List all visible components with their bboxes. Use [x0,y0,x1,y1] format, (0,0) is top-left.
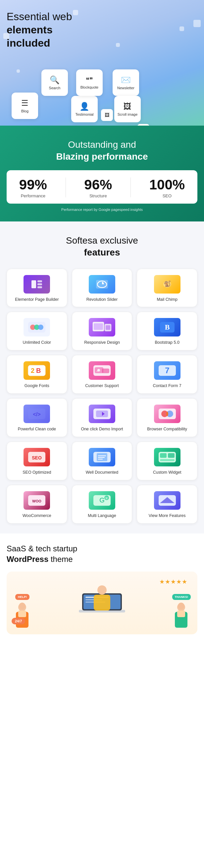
contact-form7-icon: 7 [154,361,180,380]
deco-sq-5 [73,10,78,15]
browser-compat-icon [154,405,180,423]
svg-rect-65 [94,595,110,611]
hero-section: Essential web elements included ☰ Blog 🔍… [0,0,204,126]
saas-content: ★★★★★ HELP! 24/7 [10,578,194,628]
svg-point-56 [19,602,26,609]
svg-rect-14 [106,325,110,330]
svg-rect-45 [160,459,175,461]
woocommerce-icon: WOO [24,491,50,510]
right-avatar [172,601,190,628]
perf-stat-structure: 96% Structure [84,177,112,198]
revolution-icon [89,275,115,293]
perf-divider-2 [130,178,131,197]
perf-stat-performance: 99% Performance [19,177,47,198]
perf-stats-box: 99% Performance 96% Structure 100% SEO [7,170,197,204]
svg-rect-22 [102,369,109,373]
bootstrap-icon: B [154,318,180,337]
ratings-area: ★★★★★ [159,578,187,585]
svg-rect-3 [37,286,42,288]
feat-card-well-documented: Well Documented [72,442,132,480]
svg-rect-13 [94,323,103,330]
feat-card-responsive: Responsive Design [72,312,132,350]
mailchimp-icon: 🐒 [154,275,180,293]
svg-rect-44 [168,453,175,458]
feat-card-multilanguage: G tr Multi Language [72,485,132,524]
deco-sq-3 [194,20,201,27]
card-scroll-image: 🖼 Scroll image [114,96,141,122]
hero-title: Essential web elements included [7,10,93,50]
svg-text:WOO: WOO [32,499,42,503]
elementor-icon [24,275,50,293]
svg-point-10 [38,324,43,330]
one-click-icon [89,405,115,423]
testimonial-icon: 👤 [79,102,90,111]
feat-card-custom-widget: Custom Widget [137,442,197,480]
center-laptop [72,583,132,628]
svg-text:B: B [36,367,41,374]
feat-card-unlimited-color: Unlimited Color [7,312,67,350]
svg-text:tr: tr [106,496,108,500]
card-blog: ☰ Blog [11,93,38,119]
image-icon: 🖼 [105,113,109,118]
card-location: 📍 [137,124,149,126]
deco-sq-2 [116,43,120,47]
laptop-illustration [72,583,132,626]
svg-rect-0 [31,280,36,288]
features-grid: Elementor Page Builder Revolution Slider… [7,269,197,524]
svg-text:7: 7 [165,366,169,375]
features-title: Softesa exclusive features [7,235,197,259]
svg-rect-43 [160,453,167,458]
blockquote-icon: ❝❞ [86,76,93,84]
svg-rect-57 [18,611,26,617]
card-image: 🖼 [101,109,113,121]
svg-text:B: B [164,323,170,331]
feat-card-contact-form-7: 7 Contact Form 7 [137,355,197,394]
right-person: THANKS! [172,594,191,628]
feat-card-clean-code: </> Powerful Clean code [7,398,67,437]
svg-rect-2 [37,283,42,285]
feat-card-woocommerce: WOO WooCommerce [7,485,67,524]
view-more-icon [154,491,180,510]
saas-illustration: ★★★★★ HELP! 24/7 [7,571,197,634]
saas-section: SaaS & tech startup WordPress theme ★★★★… [0,533,204,641]
search-icon: 🔍 [50,75,59,85]
feat-card-view-more[interactable]: View More Features [137,485,197,524]
svg-point-68 [178,602,184,609]
feat-card-customer-support: Customer Support [72,355,132,394]
deco-sq-6 [179,26,184,31]
card-testimonial: 👤 Testimonial [71,96,98,122]
svg-point-64 [97,585,107,595]
svg-rect-69 [177,611,185,617]
svg-text:SEO: SEO [32,455,42,460]
custom-widget-icon [154,448,180,466]
well-documented-icon [89,448,115,466]
newsletter-icon: ✉️ [121,75,131,85]
svg-rect-1 [37,280,42,282]
svg-text:🐒: 🐒 [163,280,171,287]
customer-support-icon [89,361,115,380]
perf-title: Outstanding and Blazing performance [7,139,197,163]
card-blockquote: ❝❞ Blockquote [76,69,103,96]
seo-icon: SEO [24,448,50,466]
svg-text:</>: </> [33,411,41,417]
scroll-image-icon: 🖼 [124,102,131,111]
features-section: Softesa exclusive features Elementor Pag… [0,221,204,533]
feat-card-browser-compat: Browser Compatibility [137,398,197,437]
perf-note: Performance report by Google pagespeed i… [7,208,197,212]
performance-section: Outstanding and Blazing performance 99% … [0,126,204,221]
feat-card-elementor: Elementor Page Builder [7,269,67,307]
feat-card-mailchimp: 🐒 Mail Chimp [137,269,197,307]
feat-card-one-click: One click Demo Import [72,398,132,437]
responsive-icon [89,318,115,337]
deco-sq-1 [3,33,9,39]
perf-divider-1 [66,178,66,197]
card-newsletter: ✉️ Newsletter [112,69,139,96]
svg-point-23 [97,369,100,372]
feat-card-revolution: Revolution Slider [72,269,132,307]
svg-text:G: G [99,496,105,504]
floating-cards-container: ☰ Blog 🔍 Search 👤 Testimonial 🖼 ❝❞ Block… [7,53,197,126]
multilanguage-icon: G tr [89,491,115,510]
feat-card-seo: SEO SEO Optimized [7,442,67,480]
blog-icon: ☰ [21,98,28,108]
feat-card-google-fonts: 2 B Google Fonts [7,355,67,394]
